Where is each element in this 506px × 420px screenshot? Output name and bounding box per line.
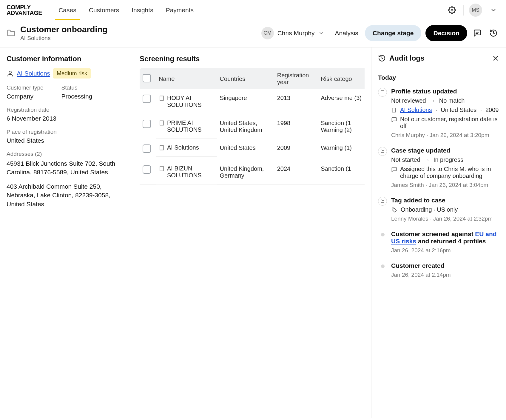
settings-button[interactable]: [446, 4, 458, 16]
row-risk: Sanction (1 Warning (2): [318, 114, 365, 139]
audit-item-title: Tag added to case: [391, 197, 499, 204]
building-icon: [159, 166, 165, 172]
audit-timestamp: Jan 26, 2024 at 3:04pm: [429, 182, 488, 188]
current-user-avatar[interactable]: MS: [469, 4, 482, 17]
col-risk-category[interactable]: Risk catego: [318, 68, 365, 89]
table-row[interactable]: PRIME AI SOLUTIONS United States, United…: [140, 114, 365, 139]
history-icon: [378, 54, 386, 62]
nav-tabs: Cases Customers Insights Payments: [58, 0, 194, 20]
row-checkbox[interactable]: [143, 144, 151, 153]
audit-actor: James Smith: [391, 182, 424, 188]
registration-date-value: 6 November 2013: [7, 115, 126, 122]
arrow-right-icon: →: [424, 156, 430, 163]
row-year: 2024: [274, 160, 318, 184]
audit-item-title: Profile status updated: [391, 88, 499, 95]
status-from: Not started: [391, 156, 420, 163]
audit-log-button[interactable]: [488, 27, 499, 39]
audit-actor: Lenny Morales: [391, 216, 428, 222]
select-all-checkbox[interactable]: [143, 74, 151, 82]
comment-icon: [473, 29, 482, 37]
audit-timestamp: Jan 26, 2024 at 2:32pm: [433, 216, 493, 222]
place-of-registration-value: United States: [7, 137, 126, 144]
timeline-dot-icon: [381, 264, 385, 268]
nav-tab-insights[interactable]: Insights: [132, 0, 153, 20]
svg-rect-16: [381, 90, 384, 94]
audit-entity-link[interactable]: AI Solutions: [400, 107, 432, 113]
row-risk: Sanction (1: [318, 160, 365, 184]
row-countries: Singapore: [217, 89, 274, 114]
case-header: Customer onboarding AI Solutions CM Chri…: [0, 20, 506, 47]
table-row[interactable]: HODY AI SOLUTIONS Singapore 2013 Adverse…: [140, 89, 365, 114]
status-value: Processing: [61, 93, 92, 100]
customer-info-panel: Customer information AI Solutions Medium…: [0, 47, 133, 418]
svg-point-3: [9, 71, 11, 73]
row-checkbox[interactable]: [143, 95, 151, 103]
tag-icon: [391, 207, 397, 213]
audit-tags: Onboarding · US only: [401, 206, 458, 213]
row-countries: United Kingdom, Germany: [217, 160, 274, 184]
chevron-down-icon: [318, 30, 324, 36]
comments-button[interactable]: [471, 27, 483, 39]
nav-tab-payments[interactable]: Payments: [166, 0, 194, 20]
audit-timestamp: Jan 26, 2024 at 2:16pm: [391, 247, 451, 253]
row-risk: Adverse me (3): [318, 89, 365, 114]
customer-info-title: Customer information: [7, 55, 126, 63]
svg-rect-17: [392, 108, 396, 112]
main-content: Customer information AI Solutions Medium…: [0, 47, 506, 418]
folder-icon: [378, 147, 387, 156]
audit-timestamp: Jan 26, 2024 at 3:20pm: [430, 132, 489, 138]
assignee-avatar: CM: [261, 27, 274, 39]
audit-item: Customer screened against EU and US risk…: [378, 230, 499, 254]
row-risk: Warning (1): [318, 139, 365, 160]
status-to: In progress: [434, 156, 463, 163]
audit-item-title: Customer created: [391, 262, 499, 269]
address-1: 45931 Blick Junctions Suite 702, South C…: [7, 159, 126, 177]
table-row[interactable]: AI Solutions United States 2009 Warning …: [140, 139, 365, 160]
svg-rect-12: [160, 146, 163, 150]
change-stage-button[interactable]: Change stage: [365, 25, 422, 41]
screening-table: Name Countries Registration year Risk ca…: [140, 68, 365, 185]
folder-icon: [7, 29, 16, 38]
assignee-name: Chris Murphy: [277, 30, 315, 37]
row-checkbox[interactable]: [143, 120, 151, 128]
col-countries[interactable]: Countries: [217, 68, 274, 89]
decision-button[interactable]: Decision: [425, 25, 467, 41]
row-countries: United States: [217, 139, 274, 160]
audit-entity-year: 2009: [485, 107, 499, 113]
close-audit-button[interactable]: [492, 54, 499, 62]
status-to: No match: [439, 97, 465, 104]
col-registration-year[interactable]: Registration year: [274, 68, 318, 89]
assignee-selector[interactable]: CM Chris Murphy: [257, 24, 328, 42]
case-subtitle: AI Solutions: [20, 35, 107, 41]
audit-note: Assigned this to Chris M. who is in char…: [400, 166, 499, 179]
building-icon: [391, 107, 397, 113]
nav-tab-cases[interactable]: Cases: [58, 0, 76, 20]
svg-rect-13: [160, 167, 163, 171]
table-row[interactable]: AI BIZUN SOLUTIONS United Kingdom, Germa…: [140, 160, 365, 184]
svg-rect-4: [160, 96, 163, 101]
row-name: AI Solutions: [167, 144, 199, 151]
audit-log-panel: Audit logs Today Profile status updated …: [371, 47, 506, 418]
nav-tab-customers[interactable]: Customers: [89, 0, 119, 20]
svg-point-18: [393, 208, 394, 209]
analysis-link[interactable]: Analysis: [333, 30, 361, 37]
col-name[interactable]: Name: [156, 68, 217, 89]
status-label: Status: [61, 84, 92, 91]
top-nav: COMPLY ADVANTAGE Cases Customers Insight…: [0, 0, 506, 20]
case-title: Customer onboarding: [20, 25, 107, 34]
audit-item-title: Customer screened against EU and US risk…: [391, 230, 499, 245]
registration-date-label: Registration date: [7, 107, 126, 113]
row-countries: United States, United Kingdom: [217, 114, 274, 139]
audit-item-title: Case stage updated: [391, 147, 499, 154]
screening-title: Screening results: [140, 55, 365, 63]
audit-entity-country: United States: [441, 107, 476, 113]
folder-icon: [378, 197, 387, 206]
user-menu-toggle[interactable]: [488, 4, 499, 16]
row-name: PRIME AI SOLUTIONS: [167, 119, 214, 133]
building-icon: [159, 120, 165, 126]
row-checkbox[interactable]: [143, 165, 151, 174]
customer-name-link[interactable]: AI Solutions: [17, 70, 50, 77]
customer-type-label: Customer type: [7, 84, 44, 91]
row-name: HODY AI SOLUTIONS: [167, 95, 214, 108]
timeline-dot-icon: [381, 233, 385, 236]
